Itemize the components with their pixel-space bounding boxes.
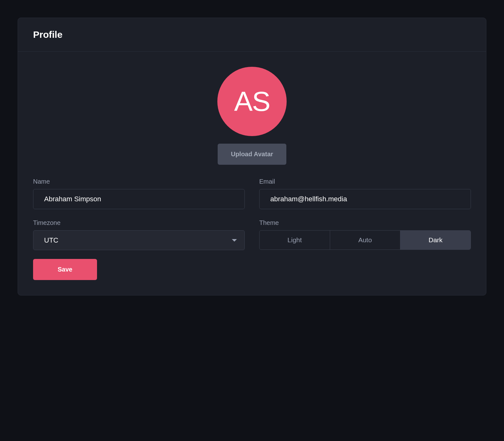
name-field[interactable] [33, 189, 245, 209]
theme-group: Theme Light Auto Dark [259, 219, 471, 250]
email-group: Email [259, 178, 471, 209]
timezone-select[interactable]: UTC [33, 231, 244, 250]
page-title: Profile [33, 29, 471, 40]
form-grid: Name Email Timezone UTC Theme [33, 178, 471, 250]
timezone-group: Timezone UTC [33, 219, 245, 250]
theme-option-dark[interactable]: Dark [400, 231, 471, 249]
theme-toggle: Light Auto Dark [259, 230, 471, 250]
theme-option-light[interactable]: Light [260, 231, 330, 249]
name-group: Name [33, 178, 245, 209]
save-button[interactable]: Save [33, 259, 97, 280]
email-label: Email [259, 178, 471, 185]
avatar-section: AS Upload Avatar [33, 67, 471, 165]
theme-option-auto[interactable]: Auto [330, 231, 401, 249]
theme-label: Theme [259, 219, 471, 226]
email-field[interactable] [259, 189, 471, 209]
timezone-label: Timezone [33, 219, 245, 226]
name-label: Name [33, 178, 245, 185]
save-row: Save [33, 259, 471, 280]
avatar-initials: AS [234, 85, 270, 117]
profile-card: Profile AS Upload Avatar Name Email Time [18, 18, 486, 295]
timezone-select-wrapper: UTC [33, 230, 245, 250]
upload-avatar-button[interactable]: Upload Avatar [218, 144, 286, 165]
avatar: AS [217, 67, 287, 136]
card-body: AS Upload Avatar Name Email Timezone UTC [18, 52, 486, 295]
card-header: Profile [18, 18, 486, 52]
